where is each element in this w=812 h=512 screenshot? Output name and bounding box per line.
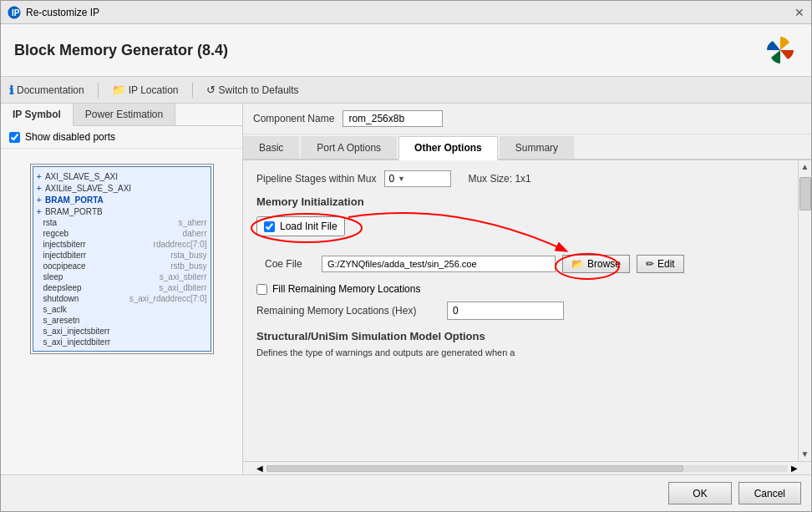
port-prefix: + <box>37 195 42 205</box>
structural-sim-desc: Defines the type of warnings and outputs… <box>256 347 784 357</box>
port-row-rsta: rsta s_aherr <box>33 217 211 228</box>
switch-defaults-label: Switch to Defaults <box>219 84 299 96</box>
component-name-value: rom_256x8b <box>343 110 443 127</box>
pipeline-stages-row: Pipeline Stages within Mux 0 ▼ Mux Size:… <box>256 170 784 187</box>
port-right: daherr <box>183 229 207 238</box>
ip-block: + AXI_SLAVE_S_AXI + AXILite_SLAVE_S_AXI … <box>30 164 214 354</box>
scroll-left-button[interactable]: ◀ <box>256 464 263 473</box>
port-row-shutdown: shutdown s_axi_rdaddrecc[7:0] <box>33 293 211 304</box>
pipeline-stages-value: 0 <box>388 173 394 185</box>
remaining-memory-input[interactable] <box>447 302 564 320</box>
scroll-thumb-h[interactable] <box>266 465 683 472</box>
tab-other-options[interactable]: Other Options <box>398 136 498 160</box>
fill-memory-checkbox[interactable] <box>256 284 267 295</box>
edit-button[interactable]: ✏ Edit <box>637 255 684 273</box>
toolbar-divider <box>98 83 99 98</box>
header: Block Memory Generator (8.4) <box>1 24 811 77</box>
close-button[interactable]: ✕ <box>794 6 804 19</box>
show-disabled-row: Show disabled ports <box>1 126 242 149</box>
port-row-deepsleep: deepsleep s_axi_dbiterr <box>33 282 211 293</box>
folder-small-icon: 📂 <box>571 258 584 270</box>
tab-port-a-options[interactable]: Port A Options <box>301 136 397 159</box>
port-name: AXILite_SLAVE_S_AXI <box>45 184 207 193</box>
scrollbar: ▲ ▼ <box>798 160 811 461</box>
dropdown-arrow-icon: ▼ <box>398 175 405 183</box>
title-bar: IP Re-customize IP ✕ <box>1 1 811 24</box>
tab-content-wrapper: Pipeline Stages within Mux 0 ▼ Mux Size:… <box>243 160 811 461</box>
left-panel-tabs: IP Symbol Power Estimation <box>1 104 242 126</box>
coe-file-row: Coe File 📂 Browse ✏ Edit <box>265 255 784 273</box>
port-row-saxi-inject-d: s_axi_injectdbiterr <box>33 337 211 347</box>
port-name: injectdbiterr <box>37 251 171 260</box>
horizontal-scrollbar: ◀ ▶ <box>243 461 811 474</box>
ok-button[interactable]: OK <box>668 482 731 504</box>
component-name-label: Component Name <box>253 113 334 124</box>
port-row-injectsbiterr: injectsbiterr rdaddrecc[7:0] <box>33 239 211 250</box>
coe-file-input[interactable] <box>322 256 556 272</box>
fill-memory-label[interactable]: Fill Remaining Memory Locations <box>272 283 420 295</box>
switch-defaults-button[interactable]: ↺ Switch to Defaults <box>206 84 299 96</box>
browse-label: Browse <box>587 258 621 270</box>
tab-port-a-label: Port A Options <box>317 142 381 154</box>
left-panel: IP Symbol Power Estimation Show disabled… <box>1 104 243 474</box>
tab-summary[interactable]: Summary <box>500 136 574 159</box>
port-name: AXI_SLAVE_S_AXI <box>45 172 207 181</box>
port-row-oocpipeace: oocpipeace rstb_busy <box>33 261 211 271</box>
remaining-memory-row: Remaining Memory Locations (Hex) <box>256 302 784 320</box>
port-name: s_axi_injectsbiterr <box>37 327 207 336</box>
info-icon: ℹ <box>9 84 13 97</box>
tab-ip-symbol[interactable]: IP Symbol <box>1 104 74 126</box>
edit-icon: ✏ <box>646 258 654 270</box>
port-row-bram-porta: + BRAM_PORTA <box>33 194 211 205</box>
port-row-sleep: sleep s_axi_sbiterr <box>33 271 211 282</box>
port-right: s_aherr <box>179 218 207 227</box>
port-right: s_axi_sbiterr <box>160 272 207 281</box>
component-name-row: Component Name rom_256x8b <box>243 104 811 134</box>
tab-power-estimation[interactable]: Power Estimation <box>74 104 175 125</box>
port-row-injectdbiterr: injectdbiterr rsta_busy <box>33 250 211 261</box>
tab-basic-label: Basic <box>259 142 283 154</box>
tab-summary-label: Summary <box>515 142 558 154</box>
load-init-file-row: Load Init File <box>256 216 345 236</box>
scroll-up-button[interactable]: ▲ <box>799 160 812 174</box>
tab-basic[interactable]: Basic <box>243 136 299 159</box>
svg-text:IP: IP <box>12 8 20 18</box>
port-prefix: + <box>37 171 42 181</box>
memory-init-title: Memory Initialization <box>256 195 784 208</box>
structural-sim-title: Structural/UniSim Simulation Model Optio… <box>256 330 784 342</box>
port-name: s_aresetn <box>37 316 207 325</box>
ip-location-label: IP Location <box>129 84 179 96</box>
fill-memory-row: Fill Remaining Memory Locations <box>256 283 784 295</box>
scroll-thumb[interactable] <box>799 177 811 210</box>
port-name: oocpipeace <box>37 261 171 271</box>
documentation-button[interactable]: ℹ Documentation <box>9 84 84 97</box>
port-name: regceb <box>37 229 183 238</box>
documentation-label: Documentation <box>17 84 84 96</box>
port-name: rsta <box>37 218 179 227</box>
port-prefix: + <box>37 183 42 193</box>
port-prefix: + <box>37 206 42 216</box>
pipeline-stages-dropdown[interactable]: 0 ▼ <box>384 170 451 187</box>
port-right: s_axi_rdaddrecc[7:0] <box>129 294 207 303</box>
cancel-button[interactable]: Cancel <box>738 482 801 504</box>
scroll-down-button[interactable]: ▼ <box>799 448 812 461</box>
scroll-right-button[interactable]: ▶ <box>791 464 798 473</box>
show-disabled-label[interactable]: Show disabled ports <box>25 131 115 143</box>
logo-icon <box>763 33 798 68</box>
port-row-axilike-slave: + AXILite_SLAVE_S_AXI <box>33 182 211 194</box>
mux-size-label: Mux Size: 1x1 <box>468 173 530 185</box>
port-name: shutdown <box>37 294 129 303</box>
tabs-bar: Basic Port A Options Other Options Summa… <box>243 134 811 160</box>
browse-button[interactable]: 📂 Browse <box>562 255 630 273</box>
coe-file-label: Coe File <box>265 258 315 270</box>
window-icon: IP <box>8 6 21 19</box>
load-init-file-label[interactable]: Load Init File <box>280 221 337 232</box>
port-row-saxi-inject-s: s_axi_injectsbiterr <box>33 326 211 337</box>
show-disabled-checkbox[interactable] <box>9 132 20 143</box>
load-init-file-checkbox[interactable] <box>264 221 275 232</box>
right-main: Component Name rom_256x8b Basic Port A O… <box>243 104 811 474</box>
port-name: injectsbiterr <box>37 240 154 249</box>
ip-location-button[interactable]: 📁 IP Location <box>112 84 179 96</box>
tab-content: Pipeline Stages within Mux 0 ▼ Mux Size:… <box>243 160 798 461</box>
window-title: Re-customize IP <box>26 7 99 18</box>
